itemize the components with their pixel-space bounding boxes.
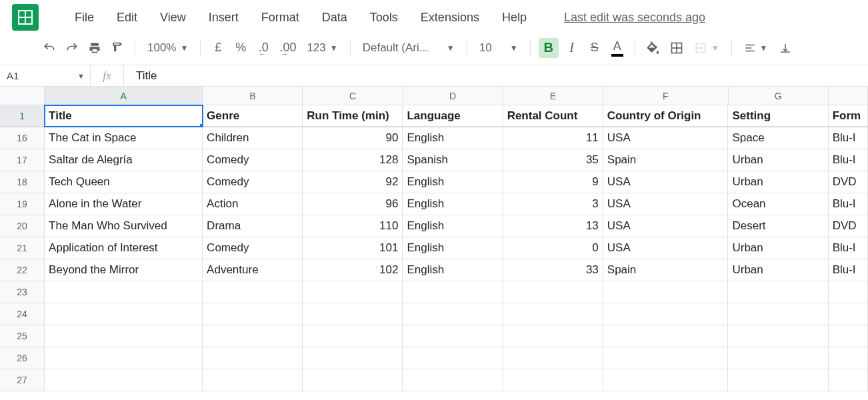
cell-E26[interactable] [503,347,603,369]
menu-insert[interactable]: Insert [206,8,241,27]
row-header-24[interactable]: 24 [0,303,45,325]
cell-F26[interactable] [603,347,729,369]
cell-H24[interactable] [829,303,868,325]
font-size-dropdown[interactable]: 10 ▼ [475,41,522,55]
row-header-1[interactable]: 1 [0,105,45,127]
menu-data[interactable]: Data [319,8,350,27]
cell-B20[interactable]: Drama [203,215,303,237]
cell-G23[interactable] [728,281,828,303]
cell-D18[interactable]: English [403,171,503,193]
column-header-D[interactable]: D [403,87,503,105]
row-header-18[interactable]: 18 [0,171,45,193]
row-header-16[interactable]: 16 [0,127,45,149]
cell-C25[interactable] [303,325,403,347]
cell-A17[interactable]: Saltar de Alegría [45,149,203,171]
cell-C19[interactable]: 96 [303,193,403,215]
menu-edit[interactable]: Edit [114,8,140,27]
cell-G25[interactable] [728,325,828,347]
cell-H25[interactable] [829,325,868,347]
cell-B23[interactable] [203,281,303,303]
bold-button[interactable]: B [539,38,559,58]
cell-F19[interactable]: USA [603,193,729,215]
cell-F25[interactable] [603,325,729,347]
cell-C22[interactable]: 102 [303,259,403,281]
cell-H16[interactable]: Blu-I [829,127,868,149]
cell-E16[interactable]: 11 [503,127,603,149]
cell-H21[interactable]: Blu-I [829,237,868,259]
menu-tools[interactable]: Tools [367,8,401,27]
fill-color-button[interactable] [643,38,663,58]
cell-B1[interactable]: Genre [203,105,303,127]
row-header-27[interactable]: 27 [0,369,45,391]
cell-D16[interactable]: English [403,127,503,149]
cell-E18[interactable]: 9 [503,171,603,193]
cell-B24[interactable] [203,303,303,325]
vertical-align-button[interactable] [775,42,795,54]
formula-bar[interactable]: Title [124,65,868,86]
column-header-G[interactable]: G [729,87,829,105]
cell-A20[interactable]: The Man Who Survived [45,215,203,237]
text-color-button[interactable]: A [608,38,627,58]
row-header-26[interactable]: 26 [0,347,45,369]
cell-B19[interactable]: Action [203,193,303,215]
cell-D22[interactable]: English [403,259,503,281]
cell-H27[interactable] [829,369,868,391]
cell-A26[interactable] [45,347,203,369]
column-header-C[interactable]: C [303,87,403,105]
row-header-21[interactable]: 21 [0,237,45,259]
cell-F23[interactable] [603,281,729,303]
cell-B21[interactable]: Comedy [203,237,303,259]
cell-D26[interactable] [403,347,503,369]
cell-E27[interactable] [503,369,603,391]
cell-H17[interactable]: Blu-I [829,149,868,171]
cell-H23[interactable] [829,281,868,303]
cell-G22[interactable]: Urban [728,259,828,281]
cell-E20[interactable]: 13 [503,215,603,237]
number-format-dropdown[interactable]: 123 ▼ [303,41,341,55]
percent-button[interactable]: % [231,38,250,58]
cell-F24[interactable] [603,303,729,325]
cell-C21[interactable]: 101 [303,237,403,259]
last-edit-link[interactable]: Last edit was seconds ago [564,11,705,25]
column-header-E[interactable]: E [503,87,603,105]
cell-F22[interactable]: Spain [603,259,729,281]
cell-E1[interactable]: Rental Count [503,105,603,127]
cell-F1[interactable]: Country of Origin [603,105,729,127]
column-header-F[interactable]: F [603,87,729,105]
column-header-B[interactable]: B [203,87,303,105]
zoom-dropdown[interactable]: 100% ▼ [143,41,192,55]
menu-file[interactable]: File [72,8,97,27]
cell-A22[interactable]: Beyond the Mirror [45,259,203,281]
cell-D21[interactable]: English [403,237,503,259]
cell-E17[interactable]: 35 [503,149,603,171]
cell-A27[interactable] [45,369,203,391]
cell-D20[interactable]: English [403,215,503,237]
menu-help[interactable]: Help [499,8,529,27]
cell-G20[interactable]: Desert [728,215,828,237]
cell-E23[interactable] [503,281,603,303]
cell-D23[interactable] [403,281,503,303]
cell-G27[interactable] [728,369,828,391]
cell-D17[interactable]: Spanish [403,149,503,171]
cell-D19[interactable]: English [403,193,503,215]
cell-D1[interactable]: Language [403,105,503,127]
cell-B27[interactable] [203,369,303,391]
cell-H22[interactable]: Blu-I [829,259,868,281]
cell-G17[interactable]: Urban [728,149,828,171]
cell-F16[interactable]: USA [603,127,729,149]
cell-C18[interactable]: 92 [303,171,403,193]
cell-C17[interactable]: 128 [303,149,403,171]
cell-D27[interactable] [403,369,503,391]
cell-H20[interactable]: DVD [829,215,868,237]
increase-decimal-button[interactable]: .00 → [277,38,299,58]
cell-G19[interactable]: Ocean [728,193,828,215]
cell-E21[interactable]: 0 [503,237,603,259]
cell-A23[interactable] [45,281,203,303]
currency-button[interactable]: £ [209,38,227,58]
cell-G18[interactable]: Urban [728,171,828,193]
column-header-A[interactable]: A [45,87,203,105]
cell-F18[interactable]: USA [603,171,729,193]
cell-C23[interactable] [303,281,403,303]
cell-A24[interactable] [45,303,203,325]
cell-A25[interactable] [45,325,203,347]
